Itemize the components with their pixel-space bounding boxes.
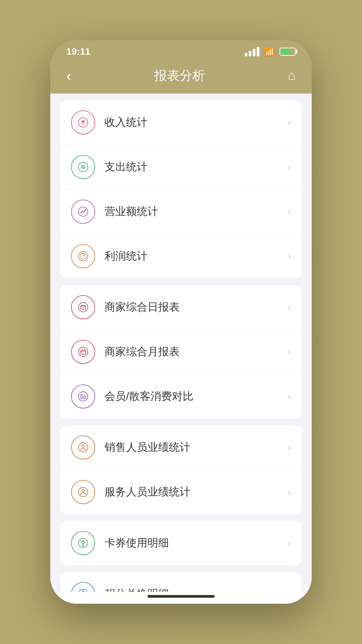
status-icons: 📶 [245, 47, 296, 57]
profit-icon [71, 244, 95, 268]
revenue-arrow: › [288, 206, 291, 217]
member-compare-label: 会员/散客消费对比 [105, 389, 288, 404]
battery-icon [280, 48, 296, 56]
sales-perf-arrow: › [288, 442, 291, 453]
expense-label: 支出统计 [105, 160, 288, 174]
daily-icon [71, 295, 95, 319]
expense-arrow: › [288, 162, 291, 172]
profit-label: 利润统计 [105, 249, 288, 264]
profit-arrow: › [288, 251, 291, 262]
sales-perf-label: 销售人员业绩统计 [105, 440, 288, 455]
svg-point-11 [78, 303, 88, 312]
home-bar [50, 592, 312, 604]
card-group-4: 卡券使用明细 › [60, 521, 302, 565]
card-group-2: 商家综合日报表 › 商家综合月报表 › [60, 285, 302, 419]
revenue-icon [71, 200, 95, 224]
menu-item-daily[interactable]: 商家综合日报表 › [60, 285, 302, 330]
revenue-label: 营业额统计 [105, 204, 288, 219]
signal-icon [245, 47, 259, 56]
service-perf-icon [71, 480, 95, 504]
points-detail-icon [71, 582, 95, 592]
income-arrow: › [288, 117, 291, 128]
member-compare-arrow: › [288, 391, 291, 402]
points-detail-label: 积分兑换明细 [105, 587, 288, 592]
card-detail-icon [71, 531, 95, 555]
wifi-icon: 📶 [264, 47, 275, 57]
menu-item-sales-perf[interactable]: 销售人员业绩统计 › [60, 425, 302, 470]
service-perf-label: 服务人员业绩统计 [105, 485, 288, 499]
svg-rect-22 [81, 394, 82, 399]
content-area: 收入统计 › 支出统计 › [50, 94, 312, 592]
svg-line-10 [83, 255, 85, 256]
income-icon [71, 110, 95, 135]
income-label: 收入统计 [105, 115, 288, 130]
member-compare-icon [71, 384, 95, 409]
daily-label: 商家综合日报表 [105, 300, 288, 315]
time: 19:11 [66, 46, 90, 57]
svg-point-32 [80, 591, 86, 592]
card-group-3: 销售人员业绩统计 › 服务人员业绩统计 › [60, 425, 302, 514]
expense-icon [71, 155, 95, 179]
monthly-label: 商家综合月报表 [105, 344, 288, 359]
svg-point-16 [78, 347, 88, 357]
card-detail-arrow: › [288, 538, 291, 548]
card-group-5: 积分兑换明细 › [60, 572, 302, 592]
monthly-icon [71, 340, 95, 364]
card-detail-label: 卡券使用明细 [105, 536, 288, 550]
menu-item-card-detail[interactable]: 卡券使用明细 › [60, 521, 302, 565]
menu-item-profit[interactable]: 利润统计 › [60, 234, 302, 278]
card-group-1: 收入统计 › 支出统计 › [60, 100, 302, 278]
header: ‹ 报表分析 ⌂ [50, 60, 312, 94]
page-title: 报表分析 [154, 67, 205, 84]
home-indicator [147, 595, 215, 598]
svg-line-9 [85, 254, 85, 255]
menu-item-member-compare[interactable]: 会员/散客消费对比 › [60, 374, 302, 419]
phone-frame: 19:11 📶 ‹ 报表分析 ⌂ [50, 40, 312, 604]
menu-item-expense[interactable]: 支出统计 › [60, 145, 302, 190]
service-perf-arrow: › [288, 487, 291, 497]
svg-point-27 [82, 489, 84, 492]
svg-rect-17 [81, 350, 85, 354]
home-button[interactable]: ⌂ [288, 68, 296, 83]
svg-point-25 [82, 445, 84, 447]
back-button[interactable]: ‹ [66, 67, 71, 84]
menu-item-monthly[interactable]: 商家综合月报表 › [60, 330, 302, 374]
points-detail-arrow: › [288, 589, 291, 592]
monthly-arrow: › [288, 346, 291, 357]
svg-rect-12 [81, 306, 85, 310]
daily-arrow: › [288, 302, 291, 313]
menu-item-income[interactable]: 收入统计 › [60, 100, 302, 145]
svg-point-21 [78, 392, 88, 401]
menu-item-points-detail[interactable]: 积分兑换明细 › [60, 572, 302, 592]
menu-item-revenue[interactable]: 营业额统计 › [60, 190, 302, 234]
status-bar: 19:11 📶 [50, 40, 312, 60]
menu-item-service-perf[interactable]: 服务人员业绩统计 › [60, 470, 302, 514]
sales-perf-icon [71, 435, 95, 460]
svg-rect-23 [84, 396, 85, 399]
